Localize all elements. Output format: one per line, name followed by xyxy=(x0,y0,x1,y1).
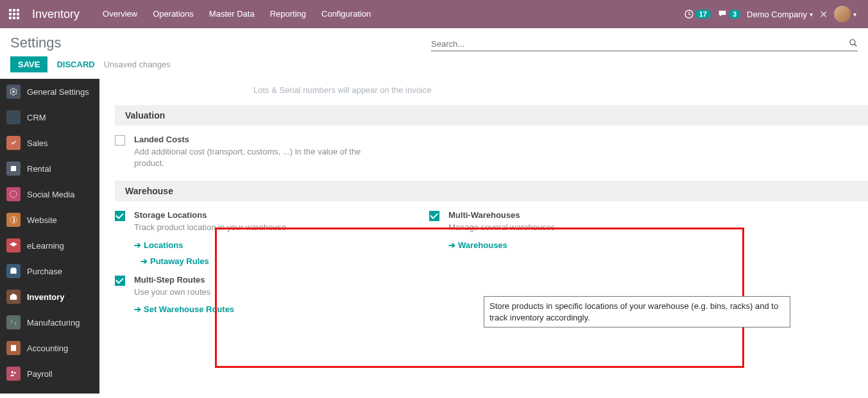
svg-rect-7 xyxy=(13,17,15,19)
locations-link[interactable]: ➔Locations xyxy=(134,240,286,250)
sidebar-item-crm[interactable]: CRM xyxy=(0,104,99,130)
multi-step-routes-checkbox[interactable] xyxy=(115,276,125,286)
sidebar-item-label: General Settings xyxy=(27,87,89,97)
arrow-right-icon: ➔ xyxy=(134,240,141,250)
sidebar-item-rental[interactable]: Rental xyxy=(0,156,99,181)
svg-line-11 xyxy=(855,44,857,47)
svg-rect-8 xyxy=(17,17,19,19)
sidebar-item-inventory[interactable]: Inventory xyxy=(0,284,99,310)
svg-rect-5 xyxy=(17,13,19,15)
sidebar-item-social[interactable]: Social Media xyxy=(0,181,99,207)
sidebar-item-elearning[interactable]: eLearning xyxy=(0,233,99,258)
sidebar-item-label: eLearning xyxy=(27,241,64,251)
settings-content: Lots & Serial numbers will appear on the… xyxy=(99,79,868,394)
debug-close-icon[interactable]: ✕ xyxy=(819,8,828,21)
svg-point-18 xyxy=(12,371,14,374)
search-bar[interactable] xyxy=(431,37,858,51)
svg-point-19 xyxy=(14,372,16,374)
multi-warehouses-desc: Manage several warehouses xyxy=(448,222,555,233)
multi-warehouses-label: Multi-Warehouses xyxy=(448,210,555,220)
sidebar-item-label: Sales xyxy=(27,138,48,148)
activity-button[interactable]: 17 xyxy=(684,9,711,19)
set-warehouse-routes-link[interactable]: ➔Set Warehouse Routes xyxy=(134,304,234,314)
sidebar-item-label: CRM xyxy=(27,113,46,122)
menu-master-data[interactable]: Master Data xyxy=(201,0,262,28)
search-icon[interactable] xyxy=(849,38,858,49)
sidebar-item-label: Inventory xyxy=(27,292,65,302)
svg-point-10 xyxy=(850,40,855,45)
avatar xyxy=(834,6,851,22)
landed-costs-label: Landed Costs xyxy=(134,135,365,144)
svg-rect-6 xyxy=(9,17,12,19)
top-navbar: Inventory Overview Operations Master Dat… xyxy=(0,0,868,28)
arrow-right-icon: ➔ xyxy=(448,240,455,250)
sidebar-item-label: Website xyxy=(27,215,57,225)
multi-warehouses-checkbox[interactable] xyxy=(429,211,439,221)
sidebar-item-label: Purchase xyxy=(27,267,62,276)
activity-count: 17 xyxy=(695,10,711,19)
section-warehouse-header: Warehouse xyxy=(115,181,868,201)
sidebar-item-label: Manufacturing xyxy=(27,318,80,328)
menu-configuration[interactable]: Configuration xyxy=(314,0,379,28)
settings-sidebar: General Settings CRM Sales Rental Social… xyxy=(0,79,99,394)
svg-rect-13 xyxy=(11,166,16,171)
message-count: 3 xyxy=(729,10,740,19)
sidebar-item-label: Payroll xyxy=(27,369,53,379)
svg-rect-0 xyxy=(9,9,12,12)
discard-button[interactable]: DISCARD xyxy=(56,60,94,69)
sidebar-item-general[interactable]: General Settings xyxy=(0,79,99,104)
search-input[interactable] xyxy=(431,39,849,49)
sidebar-item-payroll[interactable]: Payroll xyxy=(0,361,99,386)
caret-down-icon: ▾ xyxy=(810,11,813,18)
svg-point-12 xyxy=(12,90,15,93)
unsaved-changes-label: Unsaved changes xyxy=(104,60,171,69)
storage-locations-checkbox[interactable] xyxy=(115,211,125,221)
svg-rect-4 xyxy=(13,13,15,15)
caret-down-icon: ▾ xyxy=(853,11,856,18)
svg-point-14 xyxy=(10,191,17,198)
control-panel: Settings SAVE DISCARD Unsaved changes xyxy=(0,28,868,79)
save-button[interactable]: SAVE xyxy=(10,56,47,72)
company-name: Demo Company xyxy=(747,10,807,19)
arrow-right-icon: ➔ xyxy=(140,256,148,266)
svg-rect-17 xyxy=(11,345,16,351)
storage-locations-desc: Track product location in your warehouse xyxy=(134,222,286,233)
messages-button[interactable]: 3 xyxy=(717,9,740,19)
landed-costs-desc: Add additional cost (transport, customs,… xyxy=(134,146,365,169)
apps-icon[interactable] xyxy=(0,0,28,28)
sidebar-item-label: Rental xyxy=(27,164,51,174)
menu-reporting[interactable]: Reporting xyxy=(262,0,314,28)
company-switcher[interactable]: Demo Company ▾ xyxy=(747,10,813,19)
warehouses-link[interactable]: ➔Warehouses xyxy=(448,240,555,250)
sidebar-item-purchase[interactable]: Purchase xyxy=(0,258,99,284)
arrow-right-icon: ➔ xyxy=(134,304,141,314)
user-menu[interactable]: ▾ xyxy=(834,6,856,22)
multi-step-routes-label: Multi-Step Routes xyxy=(134,275,234,285)
sidebar-item-accounting[interactable]: Accounting xyxy=(0,335,99,361)
previous-setting-desc: Lots & Serial numbers will appear on the… xyxy=(228,79,868,105)
brand-title[interactable]: Inventory xyxy=(32,8,80,21)
tooltip: Store products in specific locations of … xyxy=(484,296,790,328)
storage-locations-label: Storage Locations xyxy=(134,210,286,220)
landed-costs-checkbox[interactable] xyxy=(115,135,125,145)
menu-operations[interactable]: Operations xyxy=(145,0,201,28)
page-title: Settings xyxy=(10,35,62,51)
multi-step-routes-desc: Use your own routes xyxy=(134,286,234,298)
sidebar-item-manufacturing[interactable]: Manufacturing xyxy=(0,310,99,335)
sidebar-item-label: Social Media xyxy=(27,190,74,199)
svg-rect-16 xyxy=(10,269,16,274)
section-valuation-header: Valuation xyxy=(115,105,868,126)
sidebar-item-website[interactable]: Website xyxy=(0,207,99,233)
sidebar-item-label: Accounting xyxy=(27,344,68,353)
svg-rect-3 xyxy=(9,13,12,15)
putaway-rules-link[interactable]: ➔Putaway Rules xyxy=(140,256,286,266)
svg-rect-1 xyxy=(13,9,15,12)
topnav-menu: Overview Operations Master Data Reportin… xyxy=(95,0,379,28)
sidebar-item-sales[interactable]: Sales xyxy=(0,130,99,156)
svg-rect-2 xyxy=(17,9,19,12)
menu-overview[interactable]: Overview xyxy=(95,0,145,28)
